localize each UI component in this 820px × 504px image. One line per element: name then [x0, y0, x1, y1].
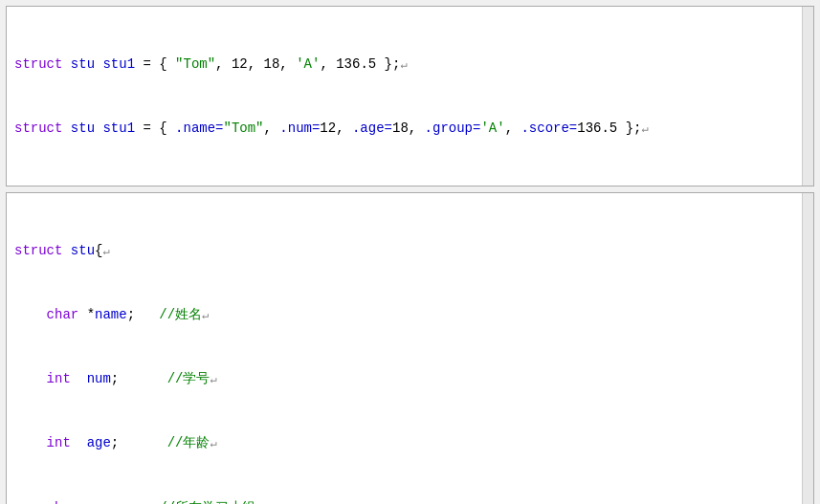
code-line-1-1: struct stu stu1 = { "Tom", 12, 18, 'A', …	[14, 54, 806, 75]
code-line-2-3: int num; //学号↵	[14, 368, 806, 389]
code-block-2: struct stu{↵ char *name; //姓名↵ int num; …	[6, 192, 814, 504]
code-line-2-5: char group; //所在学习小组↵	[14, 497, 806, 504]
code-line-2-1: struct stu{↵	[14, 240, 806, 261]
code-line-1-2: struct stu stu1 = { .name="Tom", .num=12…	[14, 118, 806, 139]
code-line-2-2: char *name; //姓名↵	[14, 304, 806, 325]
code-line-2-4: int age; //年龄↵	[14, 432, 806, 453]
code-block-1: struct stu stu1 = { "Tom", 12, 18, 'A', …	[6, 6, 814, 186]
scrollbar-1[interactable]	[802, 7, 813, 186]
scrollbar-2[interactable]	[802, 193, 813, 504]
